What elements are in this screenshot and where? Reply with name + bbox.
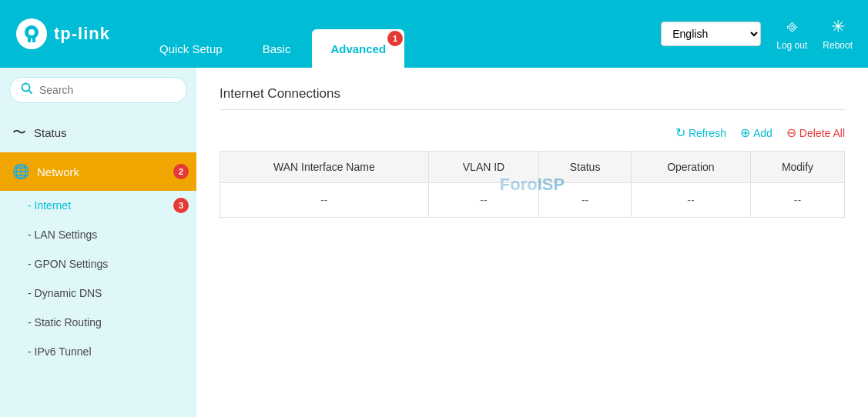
table-header: WAN Interface Name VLAN ID Status Operat… [220, 152, 845, 183]
internet-connections-table: WAN Interface Name VLAN ID Status Operat… [220, 151, 845, 218]
main-content: Internet Connections ↻ Refresh ⊕ Add ⊖ D… [196, 68, 868, 417]
reboot-icon: ✳ [831, 17, 845, 37]
cell-operation: -- [631, 183, 750, 218]
tab-advanced[interactable]: Advanced 1 [312, 29, 404, 68]
search-input[interactable] [39, 84, 176, 96]
section-title: Internet Connections [220, 86, 845, 110]
sidebar-item-network-label: Network [37, 165, 79, 178]
logo-text: tp-link [54, 24, 110, 44]
logout-button[interactable]: ⎆ Log out [776, 17, 807, 51]
sidebar-subitem-gpon-label: - GPON Settings [28, 258, 108, 270]
network-globe-icon: 🌐 [12, 163, 29, 180]
svg-line-3 [29, 91, 32, 94]
network-badge: 2 [173, 164, 189, 179]
delete-all-button[interactable]: ⊖ Delete All [786, 125, 845, 140]
tab-quick-setup[interactable]: Quick Setup [141, 29, 241, 68]
sidebar-subitem-static-routing[interactable]: - Static Routing [0, 308, 196, 337]
sidebar-subitem-ipv6-tunnel[interactable]: - IPv6 Tunnel [0, 337, 196, 366]
svg-point-1 [28, 29, 35, 35]
col-status: Status [539, 152, 631, 183]
sidebar-subitem-lan[interactable]: - LAN Settings [0, 220, 196, 249]
sidebar-item-status[interactable]: 〜 Status [0, 112, 196, 152]
search-box[interactable] [9, 77, 187, 103]
sidebar-subitem-internet[interactable]: - Internet 3 [0, 191, 196, 220]
col-wan-interface-name: WAN Interface Name [220, 152, 429, 183]
table-body: -- -- -- -- -- [220, 183, 845, 218]
advanced-badge: 1 [387, 31, 403, 46]
refresh-icon: ↻ [675, 125, 685, 140]
search-icon [21, 82, 33, 98]
language-select[interactable]: English Chinese Spanish [661, 22, 761, 46]
layout: 〜 Status 🌐 Network 2 - Internet 3 - LAN … [0, 68, 868, 417]
sidebar-subitem-static-routing-label: - Static Routing [28, 316, 102, 329]
table-row: -- -- -- -- -- [220, 183, 845, 218]
refresh-button[interactable]: ↻ Refresh [675, 125, 726, 140]
logo-area: tp-link [15, 18, 110, 50]
delete-icon: ⊖ [786, 125, 796, 140]
header-right: English Chinese Spanish ⎆ Log out ✳ Rebo… [661, 17, 853, 51]
nav-tabs: Quick Setup Basic Advanced 1 [141, 0, 661, 68]
tab-basic[interactable]: Basic [244, 29, 310, 68]
status-icon: 〜 [12, 123, 26, 142]
add-button[interactable]: ⊕ Add [740, 125, 772, 140]
sidebar-item-status-label: Status [34, 126, 67, 139]
table-actions: ↻ Refresh ⊕ Add ⊖ Delete All [220, 125, 845, 140]
sidebar-subitem-internet-label: - Internet [28, 199, 71, 212]
col-modify: Modify [751, 152, 845, 183]
header: tp-link Quick Setup Basic Advanced 1 Eng… [0, 0, 868, 68]
col-vlan-id: VLAN ID [428, 152, 539, 183]
table-wrapper: WAN Interface Name VLAN ID Status Operat… [220, 151, 845, 218]
add-icon: ⊕ [740, 125, 750, 140]
cell-modify: -- [751, 183, 845, 218]
cell-status: -- [539, 183, 631, 218]
sidebar-subitem-ddns[interactable]: - Dynamic DNS [0, 279, 196, 308]
sidebar-subitem-ddns-label: - Dynamic DNS [28, 287, 102, 299]
sidebar-item-network[interactable]: 🌐 Network 2 [0, 152, 196, 191]
reboot-button[interactable]: ✳ Reboot [823, 17, 853, 51]
sidebar: 〜 Status 🌐 Network 2 - Internet 3 - LAN … [0, 68, 196, 417]
internet-badge: 3 [173, 198, 189, 213]
tplink-logo-icon [15, 18, 48, 50]
col-operation: Operation [631, 152, 750, 183]
cell-wan-interface-name: -- [220, 183, 429, 218]
sidebar-subitem-gpon[interactable]: - GPON Settings [0, 249, 196, 279]
sidebar-subitem-lan-label: - LAN Settings [28, 229, 97, 241]
logout-icon: ⎆ [787, 17, 797, 37]
cell-vlan-id: -- [428, 183, 539, 218]
sidebar-subitem-ipv6-tunnel-label: - IPv6 Tunnel [28, 345, 92, 358]
